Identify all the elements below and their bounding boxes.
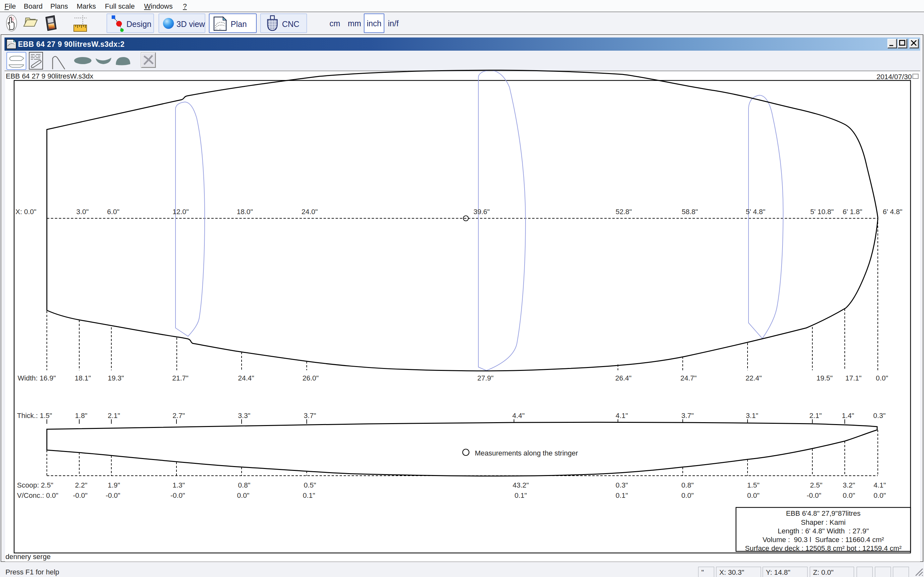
svg-text:5' 4.8": 5' 4.8" xyxy=(746,208,766,216)
svg-text:6' 4.8": 6' 4.8" xyxy=(883,208,903,216)
svg-text:Surface dev deck : 12505.8 cm²: Surface dev deck : 12505.8 cm² bot : 121… xyxy=(745,544,901,552)
svg-text:2.2": 2.2" xyxy=(75,481,87,489)
svg-text:58.8": 58.8" xyxy=(682,208,698,216)
svg-text:4.4": 4.4" xyxy=(512,412,525,420)
svg-text:1.3": 1.3" xyxy=(173,481,185,489)
svg-text:26.4": 26.4" xyxy=(615,374,632,382)
svg-text:12.0": 12.0" xyxy=(173,208,189,216)
svg-text:22.4": 22.4" xyxy=(746,374,762,382)
svg-text:0.1": 0.1" xyxy=(303,492,315,500)
svg-text:26.0": 26.0" xyxy=(302,374,319,382)
svg-text:0.1": 0.1" xyxy=(515,492,527,500)
svg-text:1.9": 1.9" xyxy=(108,481,120,489)
svg-text:18.1": 18.1" xyxy=(75,374,91,382)
svg-text:1.4": 1.4" xyxy=(842,412,854,420)
svg-text:5' 10.8": 5' 10.8" xyxy=(810,208,834,216)
svg-text:19.5": 19.5" xyxy=(817,374,833,382)
svg-text:-0.0": -0.0" xyxy=(806,492,821,500)
svg-text:V/Conc.: 0.0": V/Conc.: 0.0" xyxy=(17,492,58,500)
svg-text:0.0": 0.0" xyxy=(874,492,886,500)
svg-text:17.1": 17.1" xyxy=(845,374,862,382)
svg-text:4.1": 4.1" xyxy=(874,481,886,489)
svg-text:3.7": 3.7" xyxy=(304,412,316,420)
svg-text:Volume : 90.3 l Surface : 11: Volume : 90.3 l Surface : 11660.4 cm² xyxy=(762,536,884,544)
svg-text:24.0": 24.0" xyxy=(302,208,318,216)
svg-text:0.3": 0.3" xyxy=(873,412,885,420)
svg-text:2.1": 2.1" xyxy=(108,412,120,420)
svg-text:Width: 16.9": Width: 16.9" xyxy=(18,374,56,382)
svg-text:-0.0": -0.0" xyxy=(170,492,185,500)
svg-text:0.1": 0.1" xyxy=(615,492,628,500)
svg-text:3.7": 3.7" xyxy=(682,412,694,420)
svg-text:39.6": 39.6" xyxy=(473,208,490,216)
svg-text:2.1": 2.1" xyxy=(809,412,822,420)
svg-text:0.5": 0.5" xyxy=(304,481,316,489)
svg-text:0.8": 0.8" xyxy=(238,481,250,489)
svg-text:0.0": 0.0" xyxy=(747,492,759,500)
svg-text:Measurements along the stringe: Measurements along the stringer xyxy=(475,449,578,457)
svg-text:0.8": 0.8" xyxy=(682,481,694,489)
svg-text:dennery serge: dennery serge xyxy=(5,553,51,561)
svg-text:52.8": 52.8" xyxy=(615,208,632,216)
svg-text:19.3": 19.3" xyxy=(108,374,124,382)
svg-text:3.0": 3.0" xyxy=(76,208,89,216)
svg-text:Shaper : Kami: Shaper : Kami xyxy=(801,518,845,526)
svg-text:0.0": 0.0" xyxy=(682,492,694,500)
svg-text:0.0": 0.0" xyxy=(876,374,888,382)
svg-text:4.1": 4.1" xyxy=(615,412,628,420)
svg-text:2.5": 2.5" xyxy=(810,481,822,489)
svg-text:Scoop: 2.5": Scoop: 2.5" xyxy=(17,481,53,489)
svg-text:21.7": 21.7" xyxy=(172,374,189,382)
svg-text:6.0": 6.0" xyxy=(107,208,120,216)
svg-text:24.4": 24.4" xyxy=(238,374,254,382)
svg-text:3.1": 3.1" xyxy=(746,412,758,420)
svg-text:-0.0": -0.0" xyxy=(105,492,120,500)
svg-text:EBB 6'4.8" 27,9"87litres: EBB 6'4.8" 27,9"87litres xyxy=(786,509,861,517)
svg-text:1.5": 1.5" xyxy=(747,481,759,489)
svg-text:1.8": 1.8" xyxy=(75,412,87,420)
svg-text:3.2": 3.2" xyxy=(843,481,855,489)
svg-text:0.3": 0.3" xyxy=(615,481,628,489)
svg-text:0.0": 0.0" xyxy=(237,492,249,500)
svg-text:0.0": 0.0" xyxy=(843,492,855,500)
svg-text:6' 1.8": 6' 1.8" xyxy=(843,208,863,216)
svg-text:Thick.: 1.5": Thick.: 1.5" xyxy=(17,412,52,420)
svg-text:-0.0": -0.0" xyxy=(73,492,87,500)
svg-text:Length : 6' 4.8" Width : 27.9: Length : 6' 4.8" Width : 27.9" xyxy=(778,527,869,535)
svg-text:3.3": 3.3" xyxy=(238,412,250,420)
svg-text:27.9": 27.9" xyxy=(477,374,494,382)
svg-text:18.0": 18.0" xyxy=(237,208,253,216)
svg-text:X: 0.0": X: 0.0" xyxy=(15,208,36,216)
svg-text:2.7": 2.7" xyxy=(173,412,185,420)
svg-text:2014/07/30: 2014/07/30 xyxy=(877,73,912,81)
svg-text:EBB 64 27 9 90litresW.s3dx: EBB 64 27 9 90litresW.s3dx xyxy=(6,72,94,80)
svg-text:43.2": 43.2" xyxy=(513,481,529,489)
svg-text:24.7": 24.7" xyxy=(680,374,697,382)
